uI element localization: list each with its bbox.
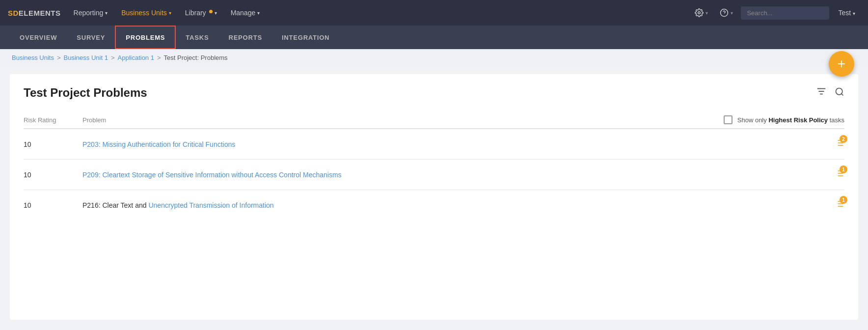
row-actions: 2 xyxy=(825,138,844,150)
main-content: Test Project Problems Risk Rating Proble… xyxy=(10,74,858,320)
task-list-icon[interactable]: 1 xyxy=(835,168,844,181)
nav-manage[interactable]: Manage ▾ xyxy=(226,6,265,20)
tab-integration[interactable]: INTEGRATION xyxy=(272,26,339,49)
user-menu[interactable]: Test ▾ xyxy=(833,6,860,20)
help-button[interactable]: ▾ xyxy=(716,5,737,20)
nav-library[interactable]: Library ▾ xyxy=(180,6,222,20)
breadcrumb: Business Units > Business Unit 1 > Appli… xyxy=(0,49,868,66)
breadcrumb-sep-1: > xyxy=(57,54,61,61)
tab-survey[interactable]: SURVEY xyxy=(67,26,115,49)
breadcrumb-sep-2: > xyxy=(111,54,115,61)
logo-prefix: SD xyxy=(8,9,19,17)
risk-value: 10 xyxy=(24,171,82,179)
column-risk-rating: Risk Rating xyxy=(24,116,82,124)
problem-link[interactable]: Unencrypted Transmission of Information xyxy=(148,201,273,209)
chevron-down-icon: ▾ xyxy=(105,10,108,16)
breadcrumb-business-unit-1[interactable]: Business Unit 1 xyxy=(64,54,108,61)
settings-button[interactable]: ▾ xyxy=(691,5,712,20)
task-badge: 1 xyxy=(840,165,847,173)
notification-dot xyxy=(209,10,213,13)
chevron-down-icon: ▾ xyxy=(731,10,733,16)
chevron-down-icon: ▾ xyxy=(853,11,855,16)
task-list-icon[interactable]: 1 xyxy=(835,199,844,211)
breadcrumb-sep-3: > xyxy=(157,54,161,61)
app-logo[interactable]: SDELEMENTS xyxy=(8,9,61,17)
page-title: Test Project Problems xyxy=(24,86,147,100)
column-problem: Problem xyxy=(82,116,687,124)
column-actions: Show only Highest Risk Policy tasks xyxy=(687,115,844,124)
filter-icon[interactable] xyxy=(816,86,827,100)
problem-text: P203: Missing Authentication for Critica… xyxy=(82,140,825,148)
chevron-down-icon: ▾ xyxy=(169,10,171,16)
svg-point-0 xyxy=(698,12,701,14)
add-button[interactable]: + xyxy=(829,51,854,77)
highest-risk-label: Show only Highest Risk Policy tasks xyxy=(737,116,844,124)
sub-nav: OVERVIEW SURVEY PROBLEMS TASKS REPORTS I… xyxy=(0,26,868,49)
tab-problems[interactable]: PROBLEMS xyxy=(115,26,176,49)
table-row: 10 P216: Clear Text and Unencrypted Tran… xyxy=(24,190,844,220)
breadcrumb-application-1[interactable]: Application 1 xyxy=(118,54,154,61)
header-icons xyxy=(816,86,844,100)
problem-link[interactable]: P203: Missing Authentication for Critica… xyxy=(82,140,235,148)
search-input[interactable] xyxy=(741,6,829,20)
tab-tasks[interactable]: TASKS xyxy=(176,26,218,49)
top-nav: SDELEMENTS Reporting ▾ Business Units ▾ … xyxy=(0,0,868,26)
chevron-down-icon: ▾ xyxy=(215,10,217,16)
help-icon xyxy=(720,8,729,17)
tab-reports[interactable]: REPORTS xyxy=(218,26,271,49)
page-header: Test Project Problems xyxy=(24,86,844,100)
nav-business-units[interactable]: Business Units ▾ xyxy=(116,6,176,20)
svg-point-6 xyxy=(836,88,842,94)
problem-link[interactable]: P209: Cleartext Storage of Sensitive Inf… xyxy=(82,171,342,179)
chevron-down-icon: ▾ xyxy=(257,10,260,16)
risk-value: 10 xyxy=(24,140,82,148)
logo-suffix: ELEMENTS xyxy=(19,9,61,17)
problem-text: P209: Cleartext Storage of Sensitive Inf… xyxy=(82,171,825,179)
table-row: 10 P203: Missing Authentication for Crit… xyxy=(24,129,844,160)
risk-value: 10 xyxy=(24,201,82,209)
gear-icon xyxy=(695,8,704,17)
task-badge: 2 xyxy=(840,135,847,143)
search-icon[interactable] xyxy=(835,87,844,99)
nav-reporting[interactable]: Reporting ▾ xyxy=(69,6,113,20)
tab-overview[interactable]: OVERVIEW xyxy=(10,26,67,49)
task-list-icon[interactable]: 2 xyxy=(835,138,844,150)
svg-line-7 xyxy=(841,93,843,95)
table-row: 10 P209: Cleartext Storage of Sensitive … xyxy=(24,160,844,190)
highest-risk-checkbox[interactable] xyxy=(724,115,732,124)
problem-text: P216: Clear Text and Unencrypted Transmi… xyxy=(82,201,825,209)
breadcrumb-business-units[interactable]: Business Units xyxy=(12,54,54,61)
breadcrumb-current: Test Project: Problems xyxy=(164,54,228,61)
table-header: Risk Rating Problem Show only Highest Ri… xyxy=(24,111,844,129)
row-actions: 1 xyxy=(825,199,844,211)
row-actions: 1 xyxy=(825,168,844,181)
task-badge: 1 xyxy=(840,196,847,204)
chevron-down-icon: ▾ xyxy=(705,10,708,16)
